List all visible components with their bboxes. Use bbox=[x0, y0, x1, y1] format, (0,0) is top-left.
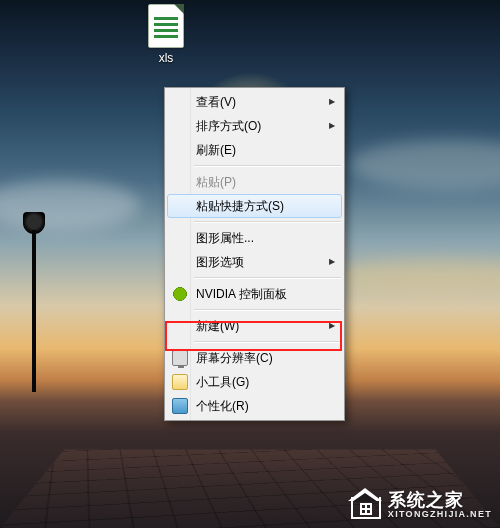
menu-item-label: 屏幕分辨率(C) bbox=[196, 350, 323, 367]
menu-item[interactable]: 个性化(R) bbox=[167, 394, 342, 418]
menu-item-label: 粘贴快捷方式(S) bbox=[196, 198, 323, 215]
screen-icon bbox=[172, 350, 188, 366]
menu-item-label: 图形选项 bbox=[196, 254, 323, 271]
watermark: 系统之家 XITONGZHIJIA.NET bbox=[348, 488, 492, 522]
menu-item[interactable]: 查看(V) bbox=[167, 90, 342, 114]
watermark-title: 系统之家 bbox=[388, 491, 492, 510]
watermark-logo-icon bbox=[348, 488, 382, 522]
spreadsheet-icon bbox=[148, 4, 184, 48]
menu-item[interactable]: NVIDIA 控制面板 bbox=[167, 282, 342, 306]
wallpaper-cloud bbox=[330, 260, 500, 294]
menu-item-label: 图形属性... bbox=[196, 230, 323, 247]
menu-item-label: NVIDIA 控制面板 bbox=[196, 286, 323, 303]
watermark-url: XITONGZHIJIA.NET bbox=[388, 510, 492, 519]
menu-separator bbox=[194, 221, 341, 223]
menu-item-label: 排序方式(O) bbox=[196, 118, 323, 135]
menu-separator bbox=[194, 165, 341, 167]
menu-item[interactable]: 刷新(E) bbox=[167, 138, 342, 162]
person-icon bbox=[172, 398, 188, 414]
menu-item[interactable]: 屏幕分辨率(C) bbox=[167, 346, 342, 370]
menu-item-label: 小工具(G) bbox=[196, 374, 323, 391]
desktop-file-icon[interactable]: xls bbox=[140, 4, 192, 65]
menu-item[interactable]: 新建(W) bbox=[167, 314, 342, 338]
menu-item-label: 新建(W) bbox=[196, 318, 323, 335]
menu-item-label: 粘贴(P) bbox=[196, 174, 323, 191]
wallpaper-lamp bbox=[23, 212, 45, 392]
menu-separator bbox=[194, 277, 341, 279]
menu-item[interactable]: 排序方式(O) bbox=[167, 114, 342, 138]
menu-item: 粘贴(P) bbox=[167, 170, 342, 194]
menu-item[interactable]: 粘贴快捷方式(S) bbox=[167, 194, 342, 218]
gadget-icon bbox=[172, 374, 188, 390]
desktop-file-label: xls bbox=[140, 51, 192, 65]
menu-item-label: 刷新(E) bbox=[196, 142, 323, 159]
menu-item[interactable]: 图形选项 bbox=[167, 250, 342, 274]
wallpaper-cloud bbox=[350, 140, 500, 190]
wallpaper-cloud bbox=[0, 180, 140, 230]
menu-separator bbox=[194, 341, 341, 343]
menu-item-label: 个性化(R) bbox=[196, 398, 323, 415]
menu-item-label: 查看(V) bbox=[196, 94, 323, 111]
menu-item[interactable]: 图形属性... bbox=[167, 226, 342, 250]
menu-separator bbox=[194, 309, 341, 311]
nvidia-icon bbox=[172, 286, 188, 302]
desktop-context-menu: 查看(V)排序方式(O)刷新(E)粘贴(P)粘贴快捷方式(S)图形属性...图形… bbox=[164, 87, 345, 421]
menu-item[interactable]: 小工具(G) bbox=[167, 370, 342, 394]
